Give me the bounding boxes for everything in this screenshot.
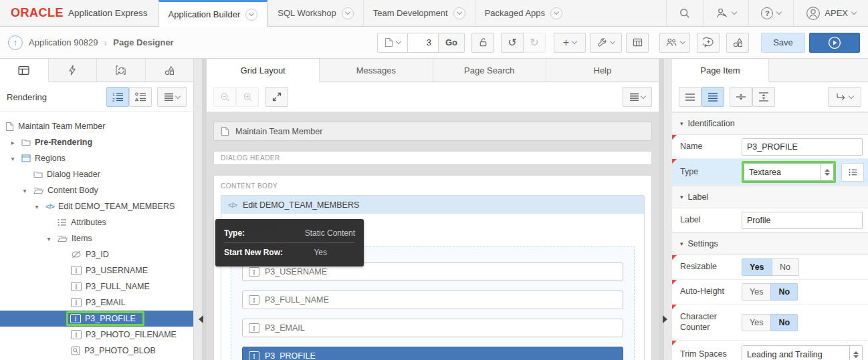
sort-by-type-button[interactable]: [129, 87, 152, 107]
tree-item-content-body[interactable]: ▾ Content Body: [0, 182, 193, 198]
breadcrumb-application[interactable]: Application 90829: [29, 37, 98, 47]
open-folder-icon: [58, 234, 68, 242]
expanded-icon[interactable]: ▾: [20, 187, 29, 194]
expand-all-button[interactable]: [752, 87, 775, 107]
collapse-right-icon[interactable]: [663, 315, 667, 323]
layout-item-p3-email[interactable]: I P3_EMAIL: [242, 319, 623, 337]
user-menu-button[interactable]: APEX: [793, 0, 868, 26]
tree-item-p3-photo-blob[interactable]: P3_PHOTO_BLOB: [0, 343, 193, 359]
tree-item-attributes[interactable]: Attributes: [0, 214, 193, 230]
tree-item-p3-photo-filename[interactable]: I P3_PHOTO_FILENAME: [0, 327, 193, 343]
utilities-menu-button[interactable]: [590, 33, 622, 53]
show-common-button[interactable]: [679, 87, 701, 107]
yes-option[interactable]: Yes: [742, 283, 771, 301]
chevron-down-icon[interactable]: [342, 7, 354, 19]
content-body-slot[interactable]: CONTENT BODY </> Edit DEMO_TEAM_MEMBERS …: [213, 175, 652, 360]
no-option[interactable]: No: [772, 258, 799, 276]
chevron-down-icon[interactable]: [550, 7, 562, 19]
lock-button[interactable]: [471, 33, 494, 53]
yes-option[interactable]: Yes: [742, 258, 772, 276]
shared-components-button[interactable]: [726, 33, 749, 53]
sort-by-order-button[interactable]: 12: [106, 87, 129, 107]
help-menu-button[interactable]: ?: [748, 0, 793, 26]
tab-grid-layout[interactable]: Grid Layout: [207, 59, 320, 82]
tree-item-p3-username[interactable]: I P3_USERNAME: [0, 262, 193, 279]
left-tab-shared-components[interactable]: [146, 59, 194, 81]
left-tab-rendering[interactable]: [0, 59, 49, 82]
tab-sql-workshop[interactable]: SQL Workshop: [267, 0, 362, 26]
redo-button[interactable]: ↻: [523, 33, 546, 53]
type-quick-pick-button[interactable]: [841, 163, 864, 182]
tab-packaged-apps[interactable]: Packaged Apps: [475, 0, 572, 26]
run-play-icon: [828, 36, 841, 49]
feedback-button[interactable]: [697, 33, 720, 53]
tree-item-page[interactable]: Maintain Team Member: [0, 118, 193, 134]
tree-item-pre-rendering[interactable]: ▸ Pre-Rendering: [0, 134, 193, 150]
grid-view-button[interactable]: [626, 33, 649, 53]
tab-page-search[interactable]: Page Search: [433, 59, 546, 81]
tree-item-dialog-header[interactable]: Dialog Header: [0, 166, 193, 182]
label-input[interactable]: [742, 212, 863, 229]
tree-item-p3-profile-selected[interactable]: I P3_PROFILE: [0, 311, 193, 327]
expanded-icon[interactable]: ▾: [8, 155, 17, 162]
name-input[interactable]: [742, 138, 863, 156]
tab-application-builder[interactable]: Application Builder: [158, 0, 268, 27]
type-label: Type: [680, 167, 742, 178]
team-development-menu-button[interactable]: [659, 33, 690, 53]
right-splitter[interactable]: [659, 59, 672, 360]
tab-help[interactable]: Help: [546, 59, 659, 81]
tree-item-p3-id[interactable]: P3_ID: [0, 246, 193, 262]
zoom-in-button[interactable]: [236, 87, 259, 107]
yes-option[interactable]: Yes: [742, 314, 771, 331]
undo-button[interactable]: ↺: [501, 33, 524, 53]
zoom-out-button[interactable]: [213, 87, 236, 107]
show-all-button[interactable]: [701, 87, 724, 107]
tree-menu-button[interactable]: [157, 87, 187, 107]
search-button[interactable]: [666, 0, 703, 26]
grid-layout-menu-button[interactable]: [623, 87, 652, 107]
go-to-menu-button[interactable]: [828, 87, 861, 107]
chevron-down-icon[interactable]: [453, 7, 465, 19]
chevron-down-icon[interactable]: [245, 9, 257, 21]
collapse-left-icon[interactable]: [199, 315, 203, 323]
page-selector-button[interactable]: [377, 33, 408, 53]
tab-page-item[interactable]: Page Item: [672, 59, 769, 82]
layout-item-p3-profile-selected[interactable]: I P3_PROFILE: [242, 347, 623, 360]
save-button[interactable]: Save: [761, 33, 805, 53]
dialog-header-slot[interactable]: DIALOG HEADER: [213, 151, 652, 165]
canvas-page-box[interactable]: Maintain Team Member: [213, 122, 652, 141]
expanded-icon[interactable]: ▾: [44, 235, 53, 242]
folder-icon: [21, 138, 31, 146]
tree-item-p3-email[interactable]: I P3_EMAIL: [0, 295, 193, 311]
go-button[interactable]: Go: [438, 33, 465, 53]
section-identification[interactable]: ▾ Identification: [672, 112, 868, 135]
left-splitter[interactable]: [193, 59, 207, 360]
left-tab-processing[interactable]: [97, 59, 146, 81]
administration-menu-button[interactable]: [703, 0, 748, 26]
trim-spaces-select[interactable]: Leading and Trailing: [742, 345, 863, 360]
no-option[interactable]: No: [770, 283, 798, 301]
expand-layout-button[interactable]: [265, 87, 288, 107]
tree-item-region-edit-demo-team-members[interactable]: ▾ </> Edit DEMO_TEAM_MEMBERS: [0, 198, 193, 214]
collapse-all-button[interactable]: [730, 87, 752, 107]
tab-messages[interactable]: Messages: [320, 59, 433, 81]
left-tab-dynamic-actions[interactable]: [49, 59, 98, 81]
collapsed-icon[interactable]: ▸: [8, 139, 17, 146]
layout-item-p3-full-name[interactable]: I P3_FULL_NAME: [242, 291, 623, 309]
page-number-input[interactable]: [408, 33, 439, 53]
section-label[interactable]: ▾ Label: [672, 186, 868, 208]
tree-item-p3-full-name[interactable]: I P3_FULL_NAME: [0, 279, 193, 295]
go-up-icon[interactable]: ↑: [8, 35, 23, 50]
spinner-icon[interactable]: [849, 346, 862, 360]
text-field-icon: I: [249, 295, 259, 305]
no-option[interactable]: No: [770, 314, 798, 331]
section-settings[interactable]: ▾ Settings: [672, 232, 868, 255]
tree-item-items[interactable]: ▾ Items: [0, 230, 193, 246]
create-menu-button[interactable]: +: [554, 33, 586, 53]
tab-team-development[interactable]: Team Development: [363, 0, 475, 26]
tree-item-regions[interactable]: ▾ Regions: [0, 150, 193, 166]
type-select[interactable]: Textarea: [744, 163, 834, 181]
expanded-icon[interactable]: ▾: [32, 203, 41, 210]
run-button[interactable]: [809, 33, 860, 53]
spinner-icon[interactable]: [821, 164, 833, 180]
